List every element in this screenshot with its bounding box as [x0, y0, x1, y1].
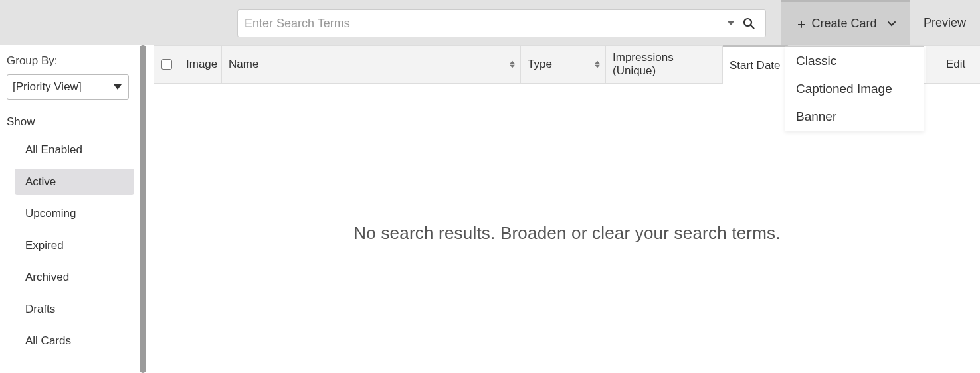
show-filter-item[interactable]: All Cards — [15, 328, 134, 354]
preview-button[interactable]: Preview — [910, 0, 980, 45]
show-filter-item[interactable]: Expired — [15, 232, 134, 259]
show-filter-item[interactable]: Active — [15, 169, 134, 195]
column-header-impressions[interactable]: Impressions (Unique) — [606, 46, 723, 83]
sidebar: Group By: [Priority View] Show All Enabl… — [0, 45, 140, 373]
group-by-value: [Priority View] — [13, 80, 82, 94]
plus-icon: ＋ — [795, 16, 807, 32]
column-header-type[interactable]: Type — [521, 46, 606, 83]
column-header-type-label: Type — [528, 58, 552, 71]
column-header-start-date-label: Start Date — [730, 59, 781, 72]
create-card-menu: ClassicCaptioned ImageBanner — [785, 46, 924, 131]
show-label: Show — [7, 115, 134, 129]
chevron-down-icon — [888, 21, 896, 27]
show-filter-item[interactable]: Upcoming — [15, 200, 134, 227]
create-card-menu-item[interactable]: Classic — [785, 47, 924, 75]
create-card-label: Create Card — [811, 17, 876, 31]
preview-label: Preview — [924, 16, 966, 30]
sidebar-scrollbar[interactable] — [140, 45, 146, 373]
show-filter-item[interactable]: Drafts — [15, 296, 134, 323]
create-card-button[interactable]: ＋ Create Card — [781, 0, 910, 45]
sort-icon — [510, 61, 515, 68]
caret-down-icon — [114, 84, 122, 90]
column-header-image[interactable]: Image — [179, 46, 222, 83]
show-filter-list: All EnabledActiveUpcomingExpiredArchived… — [7, 137, 134, 354]
column-header-image-label: Image — [186, 58, 217, 71]
search-filter-dropdown-trigger[interactable] — [723, 21, 739, 25]
select-all-checkbox[interactable] — [161, 59, 172, 70]
show-filter-item[interactable]: All Enabled — [15, 137, 134, 163]
search-input[interactable] — [245, 17, 723, 31]
create-card-menu-item[interactable]: Banner — [785, 103, 924, 131]
create-card-menu-item[interactable]: Captioned Image — [785, 75, 924, 103]
column-header-impressions-label: Impressions (Unique) — [613, 51, 716, 78]
sort-icon — [595, 61, 600, 68]
search-icon — [743, 17, 755, 29]
column-header-edit[interactable]: Edit — [939, 46, 973, 83]
group-by-select[interactable]: [Priority View] — [7, 74, 129, 100]
group-by-label: Group By: — [7, 54, 134, 68]
empty-results-message: No search results. Broaden or clear your… — [154, 223, 980, 244]
column-header-name-label: Name — [229, 58, 258, 71]
column-header-partial — [926, 46, 939, 83]
search-submit-button[interactable] — [739, 17, 759, 29]
show-filter-item[interactable]: Archived — [15, 264, 134, 291]
search-field-wrap — [237, 9, 766, 37]
column-header-name[interactable]: Name — [222, 46, 521, 83]
svg-line-1 — [751, 25, 754, 29]
column-header-edit-label: Edit — [946, 58, 965, 71]
caret-down-icon — [728, 21, 734, 25]
column-header-start-date[interactable]: Start Date — [723, 45, 788, 84]
top-toolbar: ＋ Create Card Preview — [0, 0, 980, 45]
column-select-all — [154, 46, 179, 83]
